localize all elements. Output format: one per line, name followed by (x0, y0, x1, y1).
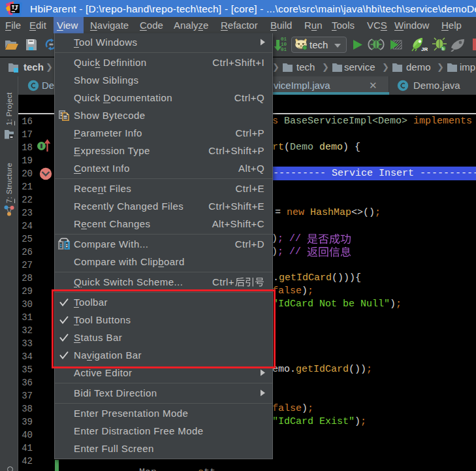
svg-text:b: b (442, 46, 445, 51)
svg-text:JR: JR (421, 46, 428, 52)
